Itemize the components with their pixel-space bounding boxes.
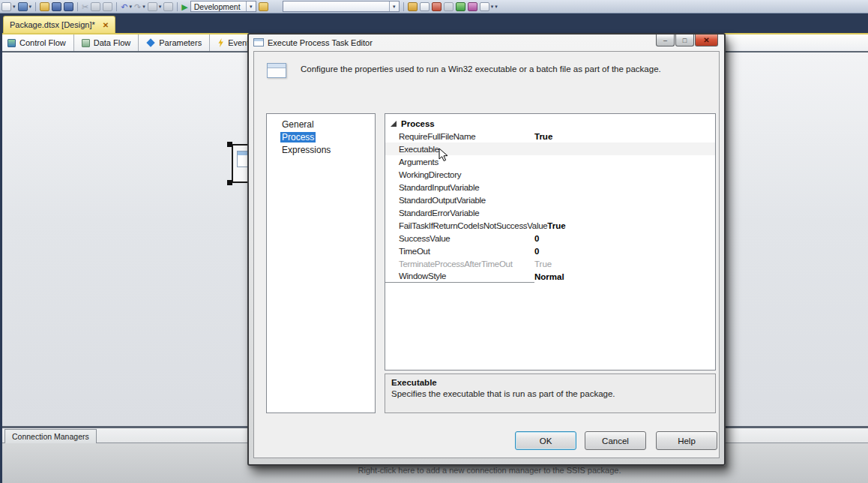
property-value[interactable]: Normal (534, 272, 564, 281)
nav-item-process[interactable]: Process (267, 130, 375, 143)
property-row[interactable]: Executable (385, 142, 715, 155)
property-row[interactable]: FailTaskIfReturnCodeIsNotSuccessValueTru… (385, 219, 715, 232)
property-value[interactable]: 0 (534, 234, 539, 243)
add-item-dropdown-icon[interactable]: ▾ (29, 4, 32, 10)
property-row[interactable]: RequireFullFileNameTrue (385, 130, 715, 142)
new-file-dropdown-icon[interactable]: ▾ (13, 4, 16, 10)
combo-dropdown-icon: ▾ (389, 2, 399, 11)
tab-label: Parameters (159, 38, 202, 47)
selection-handle[interactable] (227, 180, 232, 185)
property-help-text: Specifies the executable that is run as … (391, 389, 709, 398)
property-help-title: Executable (391, 378, 709, 387)
ok-button[interactable]: OK (515, 431, 576, 450)
property-row[interactable]: Arguments (385, 155, 715, 168)
undo-dropdown-icon[interactable]: ▾ (129, 4, 132, 10)
property-value[interactable]: True (547, 221, 565, 230)
help-button[interactable]: Help (656, 431, 717, 450)
cancel-button[interactable]: Cancel (585, 431, 646, 450)
paste-icon[interactable] (103, 2, 112, 11)
solution-configuration-combo[interactable]: Development ▾ (190, 1, 256, 12)
platform-combo[interactable]: ▾ (283, 1, 400, 12)
nav-item-general[interactable]: General (267, 118, 375, 130)
nav-item-label: General (280, 119, 316, 130)
property-row[interactable]: StandardInputVariable (385, 181, 715, 194)
close-button[interactable]: ✕ (695, 34, 718, 46)
undo-icon[interactable]: ↶ (121, 2, 127, 11)
execute-process-task-editor-dialog: Execute Process Task Editor – □ ✕ Config… (247, 33, 726, 466)
toolbar-separator (116, 2, 117, 11)
property-value[interactable]: True (534, 132, 552, 141)
property-name: StandardErrorVariable (385, 208, 534, 218)
cut-icon[interactable]: ✂ (82, 2, 88, 11)
tab-data-flow[interactable]: Data Flow (74, 34, 139, 51)
refresh-icon[interactable] (456, 2, 465, 11)
selection-handle[interactable] (227, 142, 232, 147)
property-row[interactable]: StandardErrorVariable (385, 206, 715, 219)
property-row[interactable]: WorkingDirectory (385, 168, 715, 181)
toolbar-separator (177, 2, 178, 11)
tab-connection-managers[interactable]: Connection Managers (4, 429, 97, 443)
control-flow-icon (7, 39, 16, 47)
log-events-icon[interactable] (420, 2, 430, 11)
category-expanded-icon (391, 121, 397, 127)
property-grid: Process RequireFullFileNameTrueExecutabl… (385, 113, 716, 370)
tab-label: Data Flow (94, 38, 131, 47)
property-name: FailTaskIfReturnCodeIsNotSuccessValue (385, 221, 547, 230)
solution-configuration-value: Development (191, 2, 246, 11)
property-name: WindowStyle (385, 270, 534, 283)
toolbar-separator (77, 2, 78, 11)
add-item-icon[interactable] (18, 2, 28, 11)
toolbar-overflow-icon[interactable]: ▾ (495, 4, 498, 10)
navigate-forward-icon[interactable] (163, 2, 173, 11)
category-label: Process (401, 119, 435, 128)
tab-label: Control Flow (19, 38, 66, 47)
nav-item-expressions[interactable]: Expressions (267, 143, 375, 156)
property-row[interactable]: TimeOut0 (385, 244, 715, 257)
data-flow-icon (82, 39, 90, 47)
window-icon[interactable] (480, 2, 489, 11)
property-row[interactable]: SuccessValue0 (385, 232, 715, 244)
property-value[interactable]: True (534, 260, 552, 268)
copy-icon[interactable] (91, 2, 100, 11)
document-tab-package[interactable]: Package.dtsx [Design]* ✕ (3, 16, 115, 33)
document-tab-strip: Package.dtsx [Design]* ✕ (0, 14, 868, 33)
start-debug-icon[interactable]: ▶ (181, 2, 187, 11)
property-value[interactable]: 0 (534, 247, 539, 256)
toolbar-dropdown-icon[interactable]: ▾ (491, 4, 494, 10)
minimize-button[interactable]: – (656, 34, 675, 46)
property-row[interactable]: StandardOutputVariable (385, 194, 715, 206)
deploy-package-icon[interactable] (259, 2, 268, 11)
window-left-edge (0, 14, 2, 483)
package-configurations-icon[interactable] (468, 2, 477, 11)
dialog-content: Configure the properties used to run a W… (253, 51, 720, 458)
dialog-window-icon (253, 38, 264, 46)
document-tab-close-icon[interactable]: ✕ (103, 21, 109, 29)
navigate-back-icon[interactable] (148, 2, 157, 11)
open-folder-icon[interactable] (40, 2, 49, 11)
property-row[interactable]: TerminateProcessAfterTimeOutTrue (385, 257, 715, 270)
navigate-back-dropdown-icon[interactable]: ▾ (159, 4, 162, 10)
property-name: RequireFullFileName (385, 132, 534, 141)
property-name: TerminateProcessAfterTimeOut (385, 260, 534, 268)
maximize-button[interactable]: □ (675, 34, 694, 46)
tab-control-flow[interactable]: Control Flow (0, 34, 74, 51)
event-handlers-icon (217, 38, 224, 47)
property-category-row[interactable]: Process (385, 117, 715, 130)
property-name: Arguments (385, 158, 534, 166)
combo-dropdown-icon: ▾ (246, 2, 256, 11)
save-icon[interactable] (52, 2, 61, 11)
variables-icon[interactable] (408, 2, 418, 11)
property-help-panel: Executable Specifies the executable that… (385, 374, 716, 413)
new-file-icon[interactable] (1, 2, 11, 11)
redo-dropdown-icon[interactable]: ▾ (142, 4, 145, 10)
property-name: StandardInputVariable (385, 183, 534, 192)
redo-icon[interactable]: ↷ (134, 2, 141, 11)
grid-options-icon[interactable] (444, 2, 453, 11)
parameters-icon (147, 38, 155, 46)
save-all-icon[interactable] (64, 2, 73, 11)
toolbar-separator (35, 2, 36, 11)
breakpoints-icon[interactable] (432, 2, 441, 11)
tab-parameters[interactable]: Parameters (139, 34, 210, 51)
property-row[interactable]: WindowStyleNormal (385, 270, 715, 283)
property-name: TimeOut (385, 247, 534, 256)
